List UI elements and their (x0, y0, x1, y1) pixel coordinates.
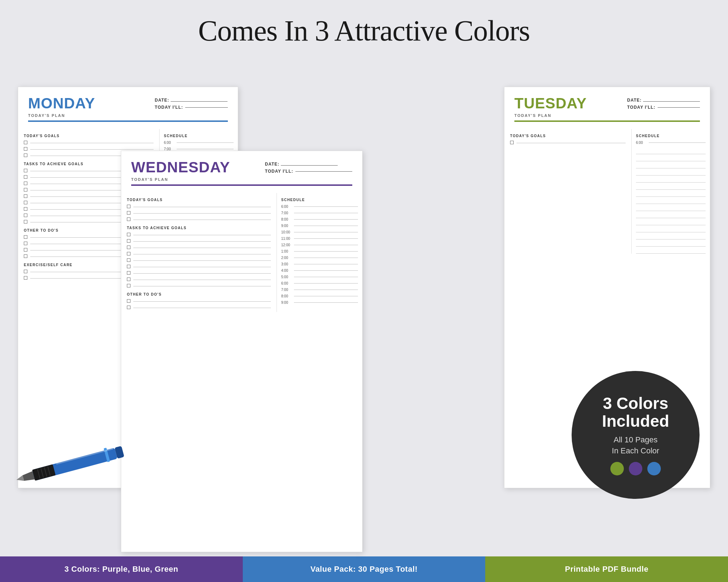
checkbox-icon (24, 182, 27, 185)
checkbox-icon (24, 248, 27, 252)
checkbox-icon (24, 175, 27, 179)
monday-goal-2 (24, 147, 154, 151)
checkbox-icon (127, 284, 130, 287)
checkbox-icon (24, 201, 27, 204)
monday-divider (28, 120, 228, 122)
bottom-left-text: 3 Colors: Purple, Blue, Green (64, 565, 178, 574)
bottom-right: Printable PDF Bundle (485, 556, 728, 582)
wednesday-tasks-title: TASKS TO ACHIEVE GOALS (127, 226, 271, 230)
checkbox-icon (127, 277, 130, 281)
tuesday-body: TODAY'S GOALS SCHEDULE 6:00 (504, 125, 710, 254)
bottom-left: 3 Colors: Purple, Blue, Green (0, 556, 243, 582)
badge-circle: 3 ColorsIncluded All 10 PagesIn Each Col… (572, 371, 700, 499)
tuesday-header: TUESDAY TODAY'S PLAN DATE: TODAY I'LL: (504, 87, 710, 125)
checkbox-icon (24, 141, 27, 144)
bottom-right-text: Printable PDF Bundle (565, 565, 648, 574)
checkbox-icon (24, 270, 27, 273)
monday-date-label: DATE: (155, 98, 228, 103)
checkbox-icon (127, 252, 130, 255)
bottom-center-text: Value Pack: 30 Pages Total! (310, 565, 418, 574)
svg-rect-3 (32, 464, 55, 481)
checkbox-icon (127, 217, 130, 221)
svg-marker-1 (16, 475, 24, 483)
wednesday-divider (131, 184, 352, 186)
tuesday-goals-title: TODAY'S GOALS (510, 134, 626, 138)
monday-plan-label: TODAY'S PLAN (28, 113, 95, 118)
wednesday-day-name: WEDNESDAY (131, 159, 230, 176)
bottom-bar: 3 Colors: Purple, Blue, Green Value Pack… (0, 556, 728, 582)
checkbox-icon (127, 306, 130, 309)
tuesday-plan-label: TODAY'S PLAN (514, 113, 587, 118)
wednesday-date-label: DATE: (265, 162, 352, 167)
wednesday-body: TODAY'S GOALS TASKS TO ACHIEVE GOALS OTH… (121, 189, 362, 312)
checkbox-icon (24, 169, 27, 172)
color-dots (610, 462, 661, 475)
wednesday-page: WEDNESDAY TODAY'S PLAN DATE: TODAY I'LL:… (121, 151, 363, 552)
bottom-center: Value Pack: 30 Pages Total! (243, 556, 486, 582)
checkbox-icon (127, 205, 130, 208)
tuesday-date-label: DATE: (627, 98, 700, 103)
tuesday-day-name: TUESDAY (514, 95, 587, 112)
wednesday-other-title: OTHER TO DO'S (127, 292, 271, 296)
checkbox-icon (24, 194, 27, 198)
pen-illustration (11, 442, 146, 485)
checkbox-icon (24, 188, 27, 192)
monday-header: MONDAY TODAY'S PLAN DATE: TODAY I'LL: (18, 87, 238, 125)
blue-dot (647, 462, 661, 475)
checkbox-icon (127, 246, 130, 249)
checkbox-icon (510, 141, 514, 144)
checkbox-icon (127, 265, 130, 268)
purple-dot (629, 462, 642, 475)
monday-schedule-title: SCHEDULE (164, 134, 234, 138)
monday-goal-1 (24, 141, 154, 144)
wednesday-plan-label: TODAY'S PLAN (131, 177, 230, 182)
checkbox-icon (24, 254, 27, 258)
checkbox-icon (127, 299, 130, 303)
badge-main-text: 3 ColorsIncluded (602, 394, 669, 430)
tuesday-till-label: TODAY I'LL: (627, 105, 700, 110)
checkbox-icon (127, 233, 130, 236)
wednesday-right: SCHEDULE 6:00 7:00 8:00 9:00 10:00 11:00… (277, 193, 362, 312)
monday-till-label: TODAY I'LL: (155, 105, 228, 110)
wednesday-header: WEDNESDAY TODAY'S PLAN DATE: TODAY I'LL: (121, 151, 362, 189)
checkbox-icon (127, 211, 130, 215)
wednesday-schedule-title: SCHEDULE (281, 198, 358, 202)
checkbox-icon (24, 220, 27, 223)
checkbox-icon (24, 147, 27, 151)
checkbox-icon (24, 242, 27, 245)
wednesday-till-label: TODAY I'LL: (265, 169, 352, 174)
wednesday-goals-title: TODAY'S GOALS (127, 198, 271, 202)
badge-sub-text: All 10 PagesIn Each Color (612, 435, 659, 457)
checkbox-icon (127, 271, 130, 275)
monday-goals-title: TODAY'S GOALS (24, 134, 154, 138)
checkbox-icon (24, 214, 27, 217)
tuesday-left: TODAY'S GOALS (504, 129, 632, 254)
svg-marker-0 (22, 471, 34, 482)
checkbox-icon (127, 239, 130, 243)
checkbox-icon (24, 207, 27, 211)
tuesday-divider (514, 120, 700, 122)
pen-svg (11, 442, 146, 485)
tuesday-right: SCHEDULE 6:00 (632, 129, 710, 254)
pages-area: MONDAY TODAY'S PLAN DATE: TODAY I'LL: TO… (0, 58, 728, 556)
tuesday-schedule-title: SCHEDULE (636, 134, 706, 138)
monday-day-name: MONDAY (28, 95, 95, 112)
checkbox-icon (24, 235, 27, 239)
checkbox-icon (127, 258, 130, 262)
wednesday-left: TODAY'S GOALS TASKS TO ACHIEVE GOALS OTH… (121, 193, 277, 312)
checkbox-icon (24, 276, 27, 280)
main-heading: Comes In 3 Attractive Colors (0, 0, 728, 58)
checkbox-icon (24, 153, 27, 157)
green-dot (610, 462, 624, 475)
